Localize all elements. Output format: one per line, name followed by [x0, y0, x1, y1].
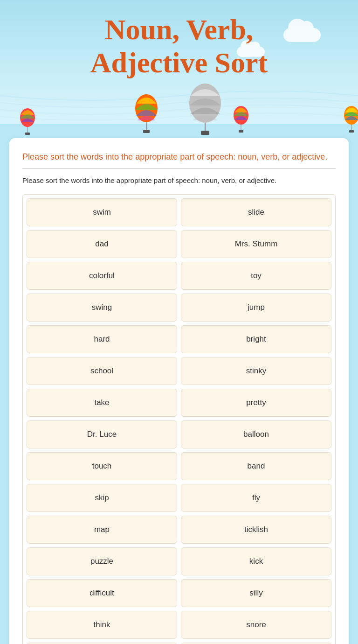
- word-card[interactable]: silly: [181, 579, 331, 607]
- word-card[interactable]: hard: [27, 325, 177, 353]
- word-card[interactable]: slide: [181, 198, 331, 226]
- instructions-title: Please sort the words into the appropria…: [22, 151, 336, 169]
- title-area: Noun, Verb, Adjective Sort: [0, 0, 358, 84]
- word-card[interactable]: bright: [181, 325, 331, 353]
- content-card: Please sort the words into the appropria…: [9, 138, 349, 644]
- word-card[interactable]: puzzle: [27, 547, 177, 575]
- main-title: Noun, Verb, Adjective Sort: [0, 13, 358, 80]
- word-card[interactable]: school: [27, 357, 177, 385]
- word-card[interactable]: snore: [181, 611, 331, 639]
- balloons-area: [0, 84, 358, 136]
- word-card[interactable]: map: [27, 516, 177, 544]
- word-card[interactable]: ticklish: [181, 516, 331, 544]
- word-card[interactable]: fly: [181, 484, 331, 512]
- word-card[interactable]: Dr. Luce: [27, 420, 177, 448]
- word-card[interactable]: difficult: [27, 579, 177, 607]
- word-card[interactable]: dad: [27, 230, 177, 258]
- svg-rect-11: [239, 130, 243, 133]
- word-card[interactable]: toy: [181, 262, 331, 290]
- word-card[interactable]: kick: [181, 547, 331, 575]
- word-card[interactable]: Mrs. Stumm: [181, 230, 331, 258]
- word-card[interactable]: stinky: [181, 357, 331, 385]
- balloon-left-small: [19, 105, 36, 136]
- balloon-right-small: [232, 103, 250, 133]
- word-card[interactable]: swim: [27, 198, 177, 226]
- word-card[interactable]: pretty: [181, 389, 331, 417]
- word-card[interactable]: swing: [27, 294, 177, 322]
- balloon-center-large: [186, 82, 224, 136]
- word-card[interactable]: take: [27, 389, 177, 417]
- word-card[interactable]: touch: [27, 452, 177, 480]
- word-card[interactable]: band: [181, 452, 331, 480]
- svg-rect-8: [201, 131, 209, 135]
- svg-rect-14: [349, 130, 354, 133]
- balloon-center-left: [133, 91, 160, 136]
- balloon-far-right: [343, 103, 358, 133]
- word-card[interactable]: colorful: [27, 262, 177, 290]
- svg-rect-5: [143, 130, 150, 133]
- svg-rect-2: [25, 133, 30, 135]
- word-card[interactable]: think: [27, 611, 177, 639]
- word-card[interactable]: jump: [181, 294, 331, 322]
- word-grid: swimslidedadMrs. Stummcolorfultoyswingju…: [22, 194, 336, 644]
- instructions-body: Please sort the words into the appropria…: [22, 175, 336, 186]
- word-card[interactable]: skip: [27, 484, 177, 512]
- word-card[interactable]: balloon: [181, 420, 331, 448]
